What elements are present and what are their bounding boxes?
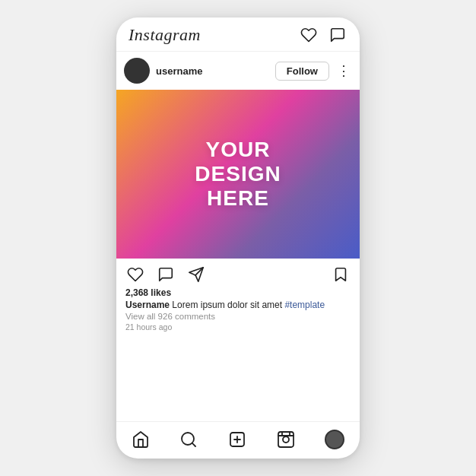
header-icons — [299, 25, 347, 45]
caption-text: Lorem ipsum dolor sit amet — [170, 300, 284, 310]
ig-header: Instagram — [116, 17, 360, 52]
post-image-text: YOUR DESIGN HERE — [195, 138, 281, 211]
svg-point-8 — [283, 436, 289, 443]
post-header: username Follow ⋮ — [116, 52, 360, 90]
caption-username[interactable]: Username — [125, 300, 170, 310]
share-icon — [188, 266, 205, 283]
action-bar — [116, 259, 360, 287]
instagram-logo: Instagram — [129, 25, 201, 45]
search-icon — [179, 430, 198, 449]
post-image: YOUR DESIGN HERE — [116, 90, 360, 259]
nav-reels[interactable] — [277, 430, 295, 449]
action-left — [125, 265, 206, 284]
messenger-button[interactable] — [328, 25, 347, 45]
add-icon — [228, 430, 246, 449]
comment-button[interactable] — [156, 265, 176, 284]
heart-button[interactable] — [299, 25, 319, 45]
hashtag[interactable]: #template — [284, 300, 325, 310]
time-ago: 21 hours ago — [125, 322, 351, 332]
save-button[interactable] — [331, 265, 351, 284]
nav-profile[interactable] — [325, 430, 344, 449]
save-icon — [332, 266, 349, 283]
like-button[interactable] — [125, 265, 145, 284]
likes-count: 2,368 likes — [125, 287, 351, 298]
home-icon — [132, 430, 150, 449]
post-info: 2,368 likes Username Lorem ipsum dolor s… — [116, 287, 360, 335]
image-text-line3: HERE — [195, 186, 281, 211]
avatar[interactable] — [124, 58, 150, 84]
image-text-line1: YOUR — [195, 138, 281, 162]
more-button[interactable]: ⋮ — [335, 64, 352, 78]
svg-line-3 — [192, 443, 195, 446]
nav-add[interactable] — [228, 430, 246, 449]
svg-rect-7 — [278, 432, 294, 447]
image-text-line2: DESIGN — [195, 162, 281, 186]
share-button[interactable] — [186, 265, 206, 284]
post-username[interactable]: username — [156, 65, 269, 77]
phone-frame: Instagram username Follow ⋮ YOUR DESIGN … — [116, 17, 360, 459]
follow-button[interactable]: Follow — [275, 62, 329, 81]
view-comments[interactable]: View all 926 comments — [125, 312, 351, 321]
comment-icon — [157, 266, 174, 283]
reels-icon — [277, 430, 295, 449]
nav-search[interactable] — [179, 430, 198, 449]
bottom-nav — [116, 421, 360, 459]
caption: Username Lorem ipsum dolor sit amet #tem… — [125, 300, 351, 310]
like-icon — [127, 266, 144, 283]
nav-home[interactable] — [132, 430, 150, 449]
profile-avatar[interactable] — [325, 430, 344, 449]
heart-icon — [300, 27, 317, 43]
messenger-icon — [329, 27, 346, 43]
